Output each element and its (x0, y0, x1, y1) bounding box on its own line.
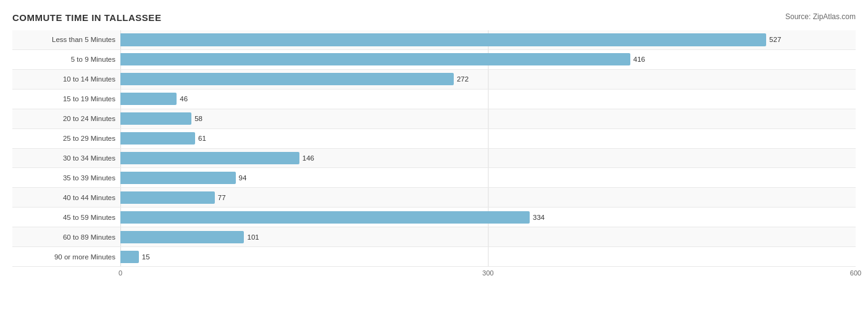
bar-area: 77 (120, 188, 856, 207)
bar-value: 101 (247, 233, 259, 241)
bar (120, 112, 191, 125)
x-axis-tick: 600 (850, 269, 861, 277)
chart-body: Less than 5 Minutes 527 5 to 9 Minutes 4… (12, 30, 856, 279)
bar-label: 5 to 9 Minutes (12, 54, 120, 64)
bar-value: 416 (633, 56, 645, 63)
bar-label: 35 to 39 Minutes (12, 173, 120, 183)
bar-row: 10 to 14 Minutes 272 (12, 70, 856, 90)
bar-value: 146 (303, 154, 314, 162)
bar-row: 90 or more Minutes 15 (12, 247, 856, 267)
bar-label: Less than 5 Minutes (12, 35, 120, 44)
bar-row: 30 to 34 Minutes 146 (12, 149, 856, 169)
bar-row: 45 to 59 Minutes 334 (12, 208, 856, 227)
bar-label: 25 to 29 Minutes (12, 133, 120, 143)
bar-area: 527 (120, 30, 856, 49)
chart-title: COMMUTE TIME IN TALLASSEE (12, 12, 161, 23)
bar-area: 334 (120, 208, 856, 227)
bar-area: 46 (120, 90, 856, 109)
bar-row: 60 to 89 Minutes 101 (12, 227, 856, 247)
bar-label: 15 to 19 Minutes (12, 94, 120, 104)
bar (120, 152, 299, 164)
bar-label: 60 to 89 Minutes (12, 232, 120, 242)
chart-container: COMMUTE TIME IN TALLASSEE Source: ZipAtl… (0, 0, 868, 323)
bar-area: 272 (120, 70, 856, 89)
bar (120, 211, 530, 224)
bar-row: 40 to 44 Minutes 77 (12, 188, 856, 208)
bar-rows: Less than 5 Minutes 527 5 to 9 Minutes 4… (12, 30, 856, 267)
x-axis-tick: 300 (482, 269, 493, 277)
bar-label: 90 or more Minutes (12, 252, 120, 262)
bar-row: 20 to 24 Minutes 58 (12, 109, 856, 129)
bar (120, 73, 454, 85)
bar-value: 77 (218, 194, 226, 201)
bar-area: 416 (120, 50, 856, 69)
bar-area: 61 (120, 129, 856, 148)
x-axis-tick: 0 (119, 269, 122, 277)
bar-area: 58 (120, 109, 856, 128)
bar (120, 33, 766, 46)
bar-label: 40 to 44 Minutes (12, 193, 120, 203)
bar-label: 45 to 59 Minutes (12, 212, 120, 222)
bar-row: 15 to 19 Minutes 46 (12, 90, 856, 109)
bar-area: 146 (120, 149, 856, 168)
bar-value: 527 (769, 36, 781, 43)
bar-row: 35 to 39 Minutes 94 (12, 168, 856, 188)
bar (120, 191, 215, 204)
bar-row: 5 to 9 Minutes 416 (12, 50, 856, 70)
bar (120, 251, 139, 263)
bar-value: 334 (533, 214, 545, 221)
bar-label: 20 to 24 Minutes (12, 114, 120, 124)
bar-value: 46 (180, 95, 188, 103)
bar-area: 101 (120, 227, 856, 246)
x-axis: 0300600 (120, 267, 856, 279)
bar-value: 15 (142, 253, 150, 261)
bar-row: 25 to 29 Minutes 61 (12, 129, 856, 149)
bar (120, 93, 177, 105)
chart-header: COMMUTE TIME IN TALLASSEE Source: ZipAtl… (12, 12, 856, 23)
bar (120, 172, 236, 184)
bar-value: 94 (239, 174, 247, 182)
bar (120, 132, 195, 145)
bar-area: 15 (120, 247, 856, 266)
chart-source: Source: ZipAtlas.com (785, 12, 856, 21)
bar-label: 10 to 14 Minutes (12, 74, 120, 84)
bar-area: 94 (120, 168, 856, 187)
bar (120, 53, 630, 65)
bar-value: 61 (198, 135, 206, 142)
bar-value: 58 (194, 115, 202, 122)
bar-row: Less than 5 Minutes 527 (12, 30, 856, 50)
bar-value: 272 (457, 75, 469, 83)
bar-label: 30 to 34 Minutes (12, 153, 120, 163)
bar (120, 231, 244, 243)
